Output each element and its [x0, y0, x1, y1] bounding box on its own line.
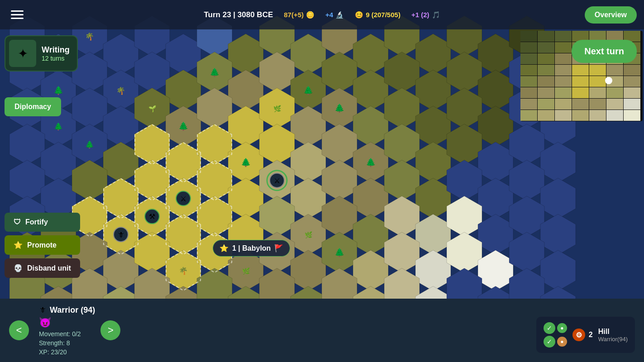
svg-rect-55 — [589, 65, 606, 76]
svg-rect-77 — [606, 99, 623, 110]
unit-movement: Movement: 0/2 — [39, 330, 95, 338]
promote-button[interactable]: ⭐ Promote — [5, 235, 80, 255]
gear-icon: ⚙ — [572, 329, 585, 341]
svg-text:🌲: 🌲 — [85, 140, 94, 149]
tech-name: Writing — [42, 45, 70, 55]
fortify-button[interactable]: 🛡 Fortify — [5, 213, 80, 232]
unit-card-icons: ✓ ● ✓ ● — [544, 322, 567, 348]
next-turn-button[interactable]: Next turn — [572, 40, 637, 63]
svg-point-86 — [605, 77, 612, 84]
tech-icon: ✦ — [9, 40, 36, 67]
green-dot: ● — [557, 323, 567, 333]
svg-rect-60 — [555, 76, 572, 87]
svg-rect-38 — [538, 42, 554, 53]
star-icon-small: ⭐ — [219, 244, 229, 252]
orange-dot: ● — [557, 337, 567, 347]
svg-rect-39 — [555, 42, 572, 53]
svg-text:🌿: 🌿 — [305, 231, 313, 239]
svg-rect-69 — [589, 87, 606, 98]
svg-text:🌲: 🌲 — [54, 122, 63, 131]
svg-rect-73 — [538, 99, 554, 110]
svg-rect-67 — [555, 87, 572, 98]
svg-text:🌿: 🌿 — [242, 267, 250, 275]
tech-panel[interactable]: ✦ Writing 12 turns — [5, 35, 78, 71]
svg-rect-45 — [538, 53, 554, 64]
svg-rect-64 — [624, 76, 640, 87]
svg-text:🌲: 🌲 — [210, 67, 220, 77]
bottom-bar: < 🗡 Warrior (94) 😈 Movement: 0/2 Strengt… — [0, 299, 644, 362]
svg-rect-56 — [606, 65, 623, 76]
tech-turns: 12 turns — [42, 55, 70, 62]
svg-rect-75 — [572, 99, 589, 110]
svg-text:⚒: ⚒ — [149, 213, 155, 220]
prev-unit-button[interactable]: < — [9, 320, 29, 340]
map-container[interactable]: 🌲🌲🌴🌴🌲🌱🌲🌲🌲🌿🌲🌲🌲🌴🌴🌿🌿🌲🌲⚔⚒🗡⚔ — [0, 0, 644, 299]
svg-text:🌴: 🌴 — [179, 267, 188, 275]
diplomacy-button[interactable]: Diplomacy — [5, 97, 61, 116]
svg-text:🌲: 🌲 — [53, 86, 64, 95]
svg-rect-62 — [589, 76, 606, 87]
unit-xp: XP: 23/20 — [39, 348, 95, 356]
next-unit-button[interactable]: > — [100, 320, 120, 340]
turn-info: Turn 23 | 3080 BCE — [204, 10, 273, 19]
svg-text:🌲: 🌲 — [366, 157, 376, 167]
babylon-tooltip[interactable]: ⭐ 1 | Babylon 🚩 — [213, 240, 290, 257]
svg-rect-66 — [538, 87, 554, 98]
svg-rect-30 — [520, 31, 537, 42]
unit-strength: Strength: 8 — [39, 339, 95, 347]
svg-text:🌲: 🌲 — [178, 121, 189, 131]
hex-map[interactable]: 🌲🌲🌴🌴🌲🌱🌲🌲🌲🌿🌲🌲🌲🌴🌴🌿🌿🌲🌲⚔⚒🗡⚔ — [0, 0, 644, 299]
svg-text:🌴: 🌴 — [116, 86, 125, 95]
svg-rect-68 — [572, 87, 589, 98]
unit-level: 2 — [589, 331, 593, 339]
svg-rect-53 — [555, 65, 572, 76]
svg-rect-31 — [538, 31, 554, 42]
svg-rect-54 — [572, 65, 589, 76]
unit-icon: 🗡 — [39, 306, 46, 314]
svg-rect-84 — [606, 110, 623, 121]
svg-rect-70 — [606, 87, 623, 98]
action-buttons: 🛡 Fortify ⭐ Promote 💀 Disband unit — [5, 213, 80, 278]
svg-text:🌲: 🌲 — [303, 86, 314, 95]
star-icon: ⭐ — [14, 241, 23, 249]
svg-rect-82 — [572, 110, 589, 121]
check-icon-1: ✓ — [544, 322, 555, 334]
svg-rect-32 — [555, 31, 572, 42]
unit-info: 🗡 Warrior (94) 😈 Movement: 0/2 Strength:… — [34, 305, 95, 356]
science-stat: +4 🔬 — [325, 11, 344, 19]
unit-nav: < 🗡 Warrior (94) 😈 Movement: 0/2 Strengt… — [0, 305, 129, 356]
svg-rect-44 — [520, 53, 537, 64]
culture-stat: +1 (2) 🎵 — [411, 11, 440, 19]
shield-icon: 🛡 — [14, 218, 21, 226]
svg-rect-71 — [624, 87, 640, 98]
skull-icon: 💀 — [14, 264, 23, 272]
svg-text:🌲: 🌲 — [334, 248, 345, 257]
gold-stat: 87(+5) 🪙 — [284, 11, 315, 19]
svg-rect-79 — [520, 110, 537, 121]
svg-rect-65 — [520, 87, 537, 98]
svg-rect-61 — [572, 76, 589, 87]
svg-rect-57 — [624, 65, 640, 76]
svg-rect-74 — [555, 99, 572, 110]
svg-text:🌴: 🌴 — [85, 32, 94, 41]
overview-button[interactable]: Overview — [585, 6, 637, 24]
hamburger-button[interactable] — [7, 7, 27, 23]
right-unit-name: Hill — [598, 328, 628, 336]
svg-rect-59 — [538, 76, 554, 87]
svg-rect-80 — [538, 110, 554, 121]
city-icon: 🚩 — [274, 244, 283, 252]
svg-text:🌿: 🌿 — [273, 105, 281, 113]
disband-button[interactable]: 💀 Disband unit — [5, 258, 80, 278]
svg-rect-78 — [624, 99, 640, 110]
unit-name: Warrior (94) — [50, 305, 95, 315]
svg-rect-83 — [589, 110, 606, 121]
svg-text:🌲: 🌲 — [241, 157, 251, 167]
svg-rect-58 — [520, 76, 537, 87]
svg-rect-81 — [555, 110, 572, 121]
svg-text:🌱: 🌱 — [148, 105, 157, 113]
happiness-stat: 😊 9 (207/505) — [355, 11, 401, 19]
svg-text:⚔: ⚔ — [274, 177, 280, 185]
tech-text: Writing 12 turns — [42, 45, 70, 62]
top-bar: Turn 23 | 3080 BCE 87(+5) 🪙 +4 🔬 😊 9 (20… — [0, 0, 644, 29]
babylon-label: 1 | Babylon — [232, 244, 271, 252]
